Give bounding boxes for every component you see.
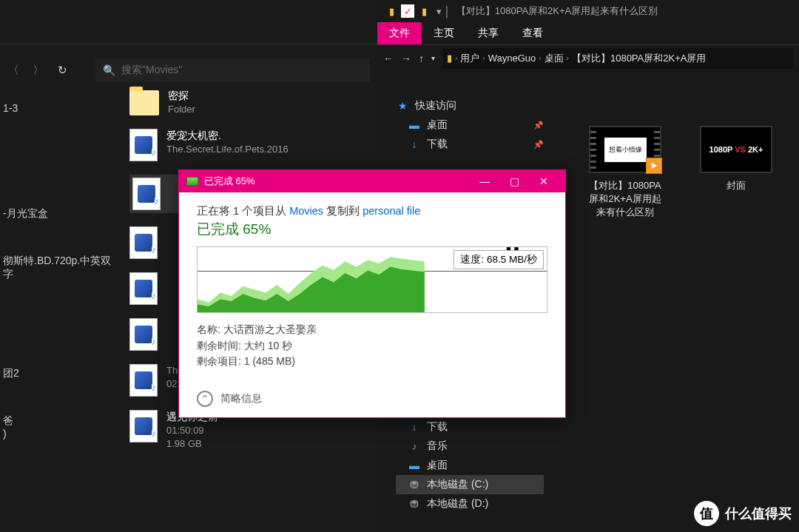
- nav-downloads[interactable]: ↓下载📌: [396, 135, 544, 154]
- address-row: ← → ↑ ▾ ▮ › 用户› WayneGuo› 桌面› 【对比】1080PA…: [377, 44, 799, 71]
- maximize-button[interactable]: ▢: [500, 175, 528, 187]
- search-icon: 🔍: [103, 64, 115, 76]
- tab-share[interactable]: 共享: [466, 22, 510, 44]
- titlebar: ▮ ✓ ▮ ▾ │ 【对比】1080PA屏和2K+A屏用起来有什么区别: [377, 0, 799, 22]
- play-overlay-icon: [646, 158, 662, 174]
- nav-desktop2[interactable]: ▬桌面: [396, 456, 544, 475]
- left-nav-row: 〈 〉 ↻ 🔍 搜索"Movies": [0, 55, 377, 85]
- info-time: 剩余时间: 大约 10 秒: [197, 338, 547, 354]
- nav-downloads2[interactable]: ↓下载: [396, 417, 544, 437]
- left-frag[interactable]: 1-3: [0, 96, 118, 120]
- music-icon: ♪: [408, 440, 421, 452]
- video-file-icon: [129, 318, 158, 351]
- watermark: 值 什么值得买: [694, 501, 792, 526]
- back-arrow-icon[interactable]: 〈: [7, 63, 19, 78]
- progress-icon: [186, 177, 198, 186]
- left-frag[interactable]: 彻斯特.BD.720p.中英双字: [0, 249, 118, 287]
- back-icon[interactable]: ←: [383, 53, 394, 64]
- copy-description: 正在将 1 个项目从 Movies 复制到 personal file: [197, 204, 547, 218]
- video-file-icon: [129, 410, 158, 442]
- nav-desktop[interactable]: ▬桌面📌: [396, 115, 544, 135]
- video-file-icon: [129, 129, 158, 161]
- nav-cdrive[interactable]: ⛃本地磁盘 (C:): [396, 475, 544, 494]
- file-row[interactable]: 爱宠大机密.The.Secret.Life.of.Pets.2016: [129, 129, 374, 161]
- left-side-fragments: 1-3 -月光宝盒 彻斯特.BD.720p.中英双字 团2 爸 ): [0, 96, 118, 445]
- address-bar[interactable]: ▮ › 用户› WayneGuo› 桌面› 【对比】1080PA屏和2K+A屏用: [442, 48, 793, 69]
- download-icon: ↓: [408, 421, 421, 433]
- file-title: 爱宠大机密.: [166, 129, 289, 143]
- content-item-image[interactable]: 1080P VS 2K+ 封面: [695, 126, 777, 219]
- forward-icon[interactable]: →: [401, 53, 411, 64]
- folder-icon: ▮: [447, 53, 452, 64]
- item-label: 【对比】1080PA屏和2K+A屏用起来有什么区别: [584, 179, 666, 219]
- dialog-title: 已完成 65%: [204, 175, 255, 188]
- collapse-toggle[interactable]: ⌃ 简略信息: [197, 391, 547, 407]
- desktop-icon: ▬: [408, 459, 421, 471]
- desktop-icon: ▬: [408, 119, 421, 131]
- folder-icon: [129, 90, 159, 115]
- file-sub2: 1.98 GB: [166, 437, 218, 451]
- file-sub: 01:50:09: [166, 424, 218, 437]
- window-title: 【对比】1080PA屏和2K+A屏用起来有什么区别: [456, 4, 658, 18]
- left-frag[interactable]: 爸 ): [0, 408, 118, 445]
- star-icon: ★: [396, 100, 409, 112]
- pin-icon: 📌: [533, 140, 544, 149]
- search-placeholder: 搜索"Movies": [121, 64, 182, 77]
- tab-home[interactable]: 主页: [422, 22, 466, 44]
- drive-icon: ⛃: [408, 479, 421, 491]
- tab-file[interactable]: 文件: [377, 22, 422, 44]
- search-input[interactable]: 🔍 搜索"Movies": [95, 58, 370, 82]
- drive-icon: ⛃: [408, 498, 421, 510]
- content-item-video[interactable]: 想着小情缘 【对比】1080PA屏和2K+A屏用起来有什么区别: [584, 126, 666, 219]
- speed-chart: 速度: 68.5 MB/秒: [197, 246, 547, 313]
- left-frag[interactable]: 团2: [0, 361, 118, 386]
- up-icon[interactable]: ↑: [419, 53, 424, 64]
- breadcrumb[interactable]: 桌面: [545, 52, 564, 65]
- image-thumbnail: 1080P VS 2K+: [700, 126, 772, 173]
- breadcrumb[interactable]: 用户: [460, 52, 479, 65]
- ribbon-tabs: 文件 主页 共享 查看: [377, 22, 799, 44]
- pin-icon: 📌: [533, 121, 544, 130]
- tab-view[interactable]: 查看: [510, 22, 555, 44]
- video-file-icon: [129, 272, 158, 305]
- left-titlebar: [0, 0, 377, 44]
- left-frag[interactable]: -月光宝盒: [0, 201, 118, 226]
- dest-link[interactable]: personal file: [363, 205, 420, 217]
- file-title: 密探: [168, 89, 195, 103]
- dialog-body: 正在将 1 个项目从 Movies 复制到 personal file 已完成 …: [179, 192, 565, 419]
- dialog-titlebar[interactable]: 已完成 65% — ▢ ✕: [179, 170, 565, 192]
- info-items: 剩余项目: 1 (485 MB): [197, 354, 547, 370]
- video-file-icon: [129, 364, 158, 397]
- item-label: 封面: [695, 179, 777, 192]
- file-row[interactable]: 密探Folder: [129, 89, 374, 115]
- download-icon: ↓: [408, 138, 421, 150]
- dropdown-icon[interactable]: ▾: [431, 54, 435, 62]
- copy-progress-dialog: 已完成 65% — ▢ ✕ 正在将 1 个项目从 Movies 复制到 pers…: [178, 169, 566, 418]
- breadcrumb[interactable]: 【对比】1080PA屏和2K+A屏用: [572, 52, 706, 65]
- check-icon[interactable]: ✓: [401, 4, 414, 18]
- video-file-icon: [129, 226, 158, 259]
- breadcrumb[interactable]: WayneGuo: [488, 53, 536, 64]
- close-button[interactable]: ✕: [530, 175, 558, 187]
- chevron-up-icon: ⌃: [197, 391, 213, 407]
- file-sub: The.Secret.Life.of.Pets.2016: [166, 143, 289, 156]
- progress-text: 已完成 65%: [197, 220, 547, 239]
- source-link[interactable]: Movies: [289, 205, 323, 217]
- refresh-icon[interactable]: ↻: [58, 64, 67, 77]
- folder-mini-icon: ▮: [385, 4, 398, 18]
- forward-arrow-icon[interactable]: 〉: [33, 63, 44, 78]
- nav-music[interactable]: ♪音乐: [396, 437, 544, 456]
- info-name: 名称: 大话西游之大圣娶亲: [197, 322, 547, 338]
- folder-mini-icon: ▮: [417, 4, 431, 18]
- watermark-icon: 值: [694, 501, 719, 526]
- file-sub: Folder: [168, 103, 195, 116]
- nav-quick-access[interactable]: ★快速访问: [396, 96, 544, 115]
- minimize-button[interactable]: —: [471, 175, 499, 187]
- speed-label: 速度: 68.5 MB/秒: [454, 250, 544, 269]
- nav-ddrive[interactable]: ⛃本地磁盘 (D:): [396, 494, 544, 514]
- video-thumbnail: 想着小情缘: [589, 126, 661, 173]
- content-area: 想着小情缘 【对比】1080PA屏和2K+A屏用起来有什么区别 1080P VS…: [584, 126, 777, 219]
- video-file-icon: [132, 178, 161, 210]
